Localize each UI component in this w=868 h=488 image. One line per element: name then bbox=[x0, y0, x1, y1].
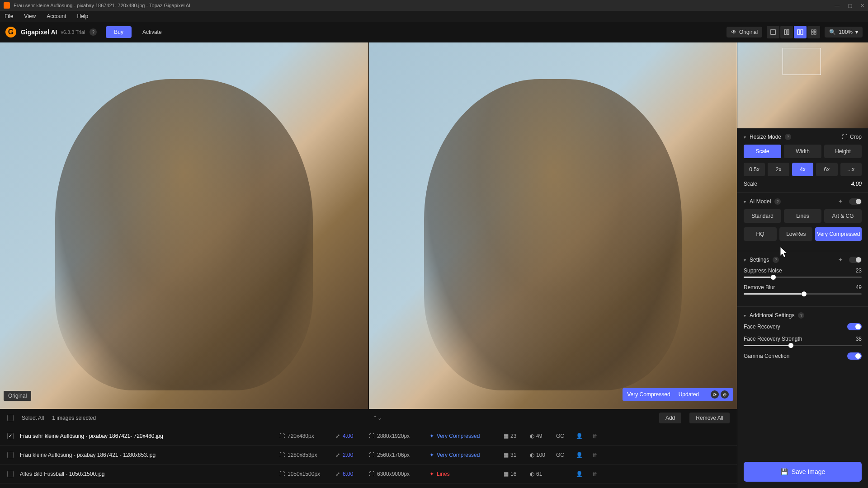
auto-model-toggle[interactable] bbox=[849, 198, 862, 205]
scale-0-5x[interactable]: 0.5x bbox=[744, 163, 765, 176]
model-name: ✦Lines bbox=[429, 471, 497, 477]
model-standard[interactable]: Standard bbox=[744, 209, 781, 223]
window-title: Frau sehr kleine Auflösung - pixabay 186… bbox=[14, 3, 835, 8]
remove-all-button[interactable]: Remove All bbox=[689, 413, 730, 423]
model-icon: ✦ bbox=[429, 471, 434, 477]
navigator-viewport-box[interactable] bbox=[783, 48, 821, 75]
scale-icon: ⤢ bbox=[335, 433, 340, 439]
scale-icon: ⤢ bbox=[335, 452, 340, 458]
row-checkbox[interactable]: ✓ bbox=[7, 433, 14, 439]
original-toggle[interactable]: 👁 Original bbox=[726, 27, 762, 38]
logo-icon: G bbox=[5, 27, 16, 38]
model-icon: ✦ bbox=[429, 433, 434, 439]
file-row[interactable]: Altes Bild Fussball - 1050x1500.jpg ⛶105… bbox=[0, 465, 737, 483]
scale-2x[interactable]: 2x bbox=[768, 163, 789, 176]
scale-icon: ⤢ bbox=[335, 471, 340, 477]
resize-mode-panel: ▾ Resize Mode ? ⛶ Crop Scale Width Heigh… bbox=[737, 128, 868, 193]
chevron-down-icon[interactable]: ▾ bbox=[744, 135, 746, 140]
original-label: Original bbox=[4, 391, 31, 401]
view-split-v-icon[interactable] bbox=[780, 26, 793, 38]
settings-sidebar: ▾ Resize Mode ? ⛶ Crop Scale Width Heigh… bbox=[737, 42, 868, 488]
status-badge: Very Compressed Updated ⟳ ⊜ bbox=[623, 388, 733, 401]
scale-custom[interactable]: ...x bbox=[840, 163, 862, 176]
maximize-icon[interactable]: ▢ bbox=[848, 3, 852, 9]
model-art-cg[interactable]: Art & CG bbox=[824, 209, 862, 223]
input-dimensions: ⛶1280x853px bbox=[279, 452, 329, 458]
crop-icon: ⛶ bbox=[842, 134, 847, 140]
blur-icon: ◐ bbox=[530, 452, 534, 458]
face-strength-slider[interactable] bbox=[744, 345, 862, 346]
view-grid-icon[interactable] bbox=[807, 26, 820, 38]
scale-6x[interactable]: 6x bbox=[816, 163, 837, 176]
chevron-down-icon[interactable]: ▾ bbox=[744, 313, 746, 318]
mode-height[interactable]: Height bbox=[824, 145, 862, 158]
blur-icon: ◐ bbox=[530, 433, 534, 439]
auto-settings-toggle[interactable] bbox=[849, 257, 862, 263]
view-single-icon[interactable] bbox=[767, 26, 779, 38]
menu-file[interactable]: File bbox=[5, 13, 13, 19]
save-image-button[interactable]: 💾 Save Image bbox=[744, 462, 862, 482]
svg-rect-6 bbox=[814, 30, 816, 32]
face-icon: 👤 bbox=[576, 452, 586, 458]
select-all-checkbox[interactable] bbox=[7, 415, 14, 421]
activate-button[interactable]: Activate bbox=[136, 26, 168, 38]
model-lines[interactable]: Lines bbox=[784, 209, 821, 223]
delete-icon[interactable]: 🗑 bbox=[592, 433, 602, 439]
menu-account[interactable]: Account bbox=[47, 13, 66, 19]
gamma-correction-toggle[interactable] bbox=[847, 352, 862, 360]
help-icon[interactable]: ? bbox=[90, 28, 97, 36]
chevron-down-icon[interactable]: ▾ bbox=[744, 258, 746, 263]
file-row[interactable]: Frau kleine Auflösung - pixabay 1867421 … bbox=[0, 446, 737, 465]
menu-help[interactable]: Help bbox=[77, 13, 89, 19]
dimensions-icon: ⛶ bbox=[279, 452, 285, 458]
chevron-down-icon: ▾ bbox=[855, 29, 858, 35]
output-dimensions: ⛶6300x9000px bbox=[369, 471, 423, 477]
zoom-control[interactable]: 🔍 100% ▾ bbox=[825, 27, 863, 38]
mode-scale[interactable]: Scale bbox=[744, 145, 781, 158]
file-list: Select All 1 images selected ⌃⌄ Add Remo… bbox=[0, 409, 737, 488]
svg-rect-0 bbox=[771, 30, 775, 34]
output-dimensions: ⛶2560x1706px bbox=[369, 452, 423, 458]
window-titlebar: Frau sehr kleine Auflösung - pixabay 186… bbox=[0, 0, 868, 11]
svg-rect-7 bbox=[811, 33, 813, 34]
buy-button[interactable]: Buy bbox=[106, 26, 132, 38]
help-icon[interactable]: ? bbox=[785, 134, 791, 140]
delete-icon[interactable]: 🗑 bbox=[592, 452, 602, 458]
compare-icon[interactable]: ⊜ bbox=[721, 390, 729, 399]
original-image-pane[interactable]: Original bbox=[0, 42, 369, 409]
add-button[interactable]: Add bbox=[659, 413, 681, 423]
select-all-label[interactable]: Select All bbox=[22, 415, 44, 421]
row-checkbox[interactable] bbox=[7, 452, 14, 458]
model-very-compressed[interactable]: Very Compressed bbox=[815, 227, 862, 241]
help-icon[interactable]: ? bbox=[798, 312, 804, 319]
menu-view[interactable]: View bbox=[24, 13, 36, 19]
menubar: File View Account Help bbox=[0, 11, 868, 22]
row-checkbox[interactable] bbox=[7, 471, 14, 477]
minimize-icon[interactable]: — bbox=[835, 3, 840, 9]
save-icon: 💾 bbox=[780, 468, 788, 475]
mode-width[interactable]: Width bbox=[784, 145, 821, 158]
processed-image-pane[interactable]: Very Compressed Updated ⟳ ⊜ bbox=[369, 42, 737, 409]
navigator-thumbnail[interactable] bbox=[737, 42, 868, 128]
help-icon[interactable]: ? bbox=[774, 198, 781, 205]
remove-blur-slider[interactable] bbox=[744, 293, 862, 295]
dimensions-icon: ⛶ bbox=[279, 433, 285, 439]
suppress-noise-slider[interactable] bbox=[744, 277, 862, 278]
model-lowres[interactable]: LowRes bbox=[779, 227, 812, 241]
crop-button[interactable]: ⛶ Crop bbox=[842, 134, 862, 140]
close-icon[interactable]: ✕ bbox=[860, 3, 864, 9]
model-hq[interactable]: HQ bbox=[744, 227, 777, 241]
face-recovery-toggle[interactable] bbox=[847, 323, 862, 330]
scale-4x[interactable]: 4x bbox=[792, 163, 813, 176]
noise-param: ▦31 bbox=[504, 452, 524, 458]
chevron-down-icon[interactable]: ▾ bbox=[744, 199, 746, 204]
window-controls: — ▢ ✕ bbox=[835, 3, 864, 9]
help-icon[interactable]: ? bbox=[773, 257, 779, 263]
auto-icon: ✦ bbox=[838, 257, 843, 263]
refresh-icon[interactable]: ⟳ bbox=[711, 390, 719, 399]
collapse-toggle[interactable]: ⌃⌄ bbox=[373, 415, 382, 421]
file-row[interactable]: ✓ Frau sehr kleine Auflösung - pixabay 1… bbox=[0, 427, 737, 446]
view-side-by-side-icon[interactable] bbox=[794, 26, 807, 38]
delete-icon[interactable]: 🗑 bbox=[592, 471, 602, 477]
model-icon: ✦ bbox=[429, 452, 434, 458]
